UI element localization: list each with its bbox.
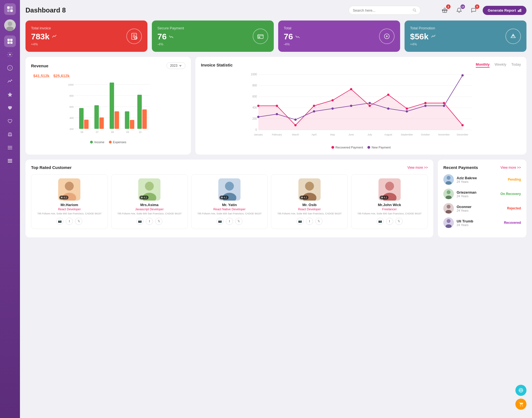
svg-text:200: 200 <box>252 117 257 120</box>
customer-card-0: ★ 4.2 Mr.Hariom React Developer 795 Fols… <box>31 174 108 229</box>
customer-addr-1: 795 Folsom Ave, Suite 600 San Francisco,… <box>114 212 185 216</box>
instagram-icon-2[interactable]: 📷 <box>216 218 224 225</box>
twitter-icon-4[interactable]: 𝕏 <box>395 218 403 225</box>
customer-addr-4: 795 Folsom Ave, Suite 600 San Francisco,… <box>354 212 425 216</box>
svg-point-77 <box>257 105 260 107</box>
svg-rect-53 <box>110 83 114 129</box>
svg-point-132 <box>447 190 451 194</box>
svg-point-83 <box>369 105 371 107</box>
search-input[interactable] <box>353 8 410 12</box>
svg-marker-76 <box>259 89 463 130</box>
bell-badge: 12 <box>461 4 465 9</box>
float-support-btn[interactable] <box>515 385 526 396</box>
invoice-line-chart: 1000 800 600 400 200 0 <box>201 70 521 143</box>
facebook-icon-2[interactable]: f <box>226 218 233 225</box>
svg-point-88 <box>462 124 464 126</box>
payments-title: Recent Payments <box>443 165 478 170</box>
customer-addr-3: 795 Folsom Ave, Suite 600 San Francisco,… <box>274 212 345 216</box>
sidebar-item-heart[interactable] <box>4 102 16 114</box>
facebook-icon-1[interactable]: f <box>146 218 153 225</box>
total-trend: -4% <box>284 42 300 46</box>
svg-rect-16 <box>8 146 12 147</box>
sidebar: i <box>0 0 20 418</box>
svg-point-10 <box>9 54 11 55</box>
svg-text:06: 06 <box>81 131 83 134</box>
svg-point-126 <box>385 182 394 191</box>
customer-role-0: React Developer <box>34 207 105 211</box>
app-logo[interactable] <box>4 3 16 15</box>
svg-point-135 <box>447 205 451 209</box>
svg-rect-51 <box>94 105 99 129</box>
svg-point-87 <box>443 102 445 104</box>
tab-monthly[interactable]: Monthly <box>476 62 490 68</box>
dark-mode-toggle[interactable] <box>425 5 436 16</box>
sidebar-item-analytics[interactable] <box>4 75 16 87</box>
instagram-icon-4[interactable]: 📷 <box>377 218 384 225</box>
facebook-icon-0[interactable]: f <box>66 218 73 225</box>
revenue-chart-card: Revenue 2023 $41,512k $25,612k <box>25 57 191 155</box>
payment-name-0: Aziz Bakree <box>457 176 505 180</box>
bell-icon-btn[interactable]: 12 <box>454 5 464 16</box>
payment-name-3: Uli Trumb <box>457 219 501 223</box>
sidebar-item-print[interactable] <box>4 129 16 140</box>
promotion-value: $56k <box>410 32 429 41</box>
svg-rect-8 <box>7 42 10 44</box>
svg-point-97 <box>406 110 408 112</box>
twitter-icon-1[interactable]: 𝕏 <box>155 218 162 225</box>
invoice-legend: Recovered Payment New Payment <box>201 146 521 149</box>
svg-text:i: i <box>10 66 11 70</box>
customers-title: Top Rated Customer <box>31 165 71 170</box>
generate-report-button[interactable]: Generate Report <box>483 6 526 15</box>
svg-text:1000: 1000 <box>251 73 257 76</box>
customer-role-2: React Native Developer <box>194 207 265 211</box>
trend-icon-invoice <box>52 34 57 39</box>
svg-rect-19 <box>8 159 12 160</box>
svg-point-141 <box>520 389 522 391</box>
svg-text:June: June <box>349 133 354 136</box>
payments-header: Recent Payments View more >> <box>443 165 521 170</box>
sidebar-item-menu[interactable] <box>4 142 16 153</box>
twitter-icon-2[interactable]: 𝕏 <box>235 218 242 225</box>
gift-icon-btn[interactable]: 2 <box>439 5 450 16</box>
search-bar[interactable] <box>349 6 421 15</box>
tab-today[interactable]: Today <box>511 62 521 68</box>
year-selector[interactable]: 2023 <box>167 62 186 69</box>
twitter-icon-0[interactable]: 𝕏 <box>75 218 82 225</box>
payments-view-more[interactable]: View more >> <box>500 166 521 170</box>
total-icon-circle <box>379 29 395 44</box>
svg-rect-58 <box>142 109 147 129</box>
tab-weekly[interactable]: Weekly <box>495 62 506 68</box>
promotion-trend: +4% <box>410 42 436 46</box>
stat-cards-row: Total invoice 783k +4% Secure Payment 76… <box>25 20 526 52</box>
sidebar-item-favorites[interactable] <box>4 89 16 100</box>
svg-rect-57 <box>137 95 142 129</box>
float-cart-btn[interactable] <box>515 399 526 410</box>
avatar[interactable] <box>4 19 16 31</box>
customers-view-more[interactable]: View more >> <box>407 166 428 170</box>
header: Dashboard 8 2 12 5 Generate Report <box>25 5 526 16</box>
instagram-icon-3[interactable]: 📷 <box>296 218 304 225</box>
instagram-icon-0[interactable]: 📷 <box>56 218 63 225</box>
svg-rect-50 <box>84 120 89 129</box>
svg-point-123 <box>305 182 314 191</box>
chat-icon-btn[interactable]: 5 <box>468 5 479 16</box>
sidebar-item-dashboard[interactable] <box>4 35 16 47</box>
promotion-label: Total Promotion <box>410 26 436 30</box>
facebook-icon-3[interactable]: f <box>306 218 313 225</box>
sidebar-item-list[interactable] <box>4 155 16 167</box>
customer-card-4: ★ 4.2 Mr.John Wick Freelancer 795 Folsom… <box>351 174 428 229</box>
twitter-icon-3[interactable]: 𝕏 <box>315 218 323 225</box>
svg-rect-49 <box>79 108 84 129</box>
svg-rect-33 <box>258 35 263 39</box>
charts-row: Revenue 2023 $41,512k $25,612k <box>25 57 526 155</box>
sidebar-item-info[interactable]: i <box>4 62 16 74</box>
payment-status-1: On Recovery <box>500 192 521 196</box>
instagram-icon-1[interactable]: 📷 <box>136 218 144 225</box>
invoice-value: 783k <box>31 32 50 41</box>
facebook-icon-4[interactable]: f <box>386 218 393 225</box>
svg-text:07: 07 <box>96 131 99 134</box>
svg-rect-3 <box>10 9 13 12</box>
sidebar-item-heart2[interactable] <box>4 115 16 127</box>
sidebar-item-settings[interactable] <box>4 49 16 60</box>
customer-name-2: Mr. Yatin <box>194 203 265 207</box>
